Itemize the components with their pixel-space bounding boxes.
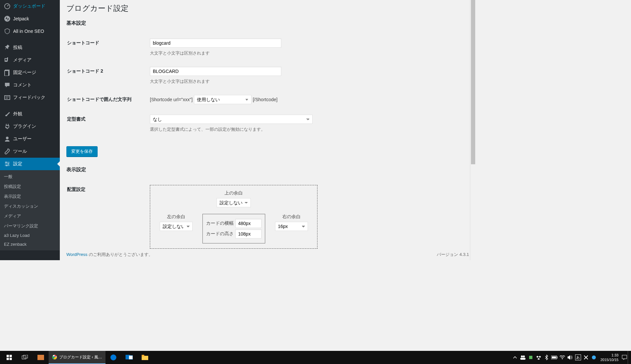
svg-point-3 xyxy=(6,60,7,61)
sidebar-item-feedback[interactable]: フィードバック xyxy=(0,91,60,104)
version-label: バージョン 4.3.1 xyxy=(437,252,469,258)
pin-icon xyxy=(4,44,11,51)
enclosed-select[interactable]: 使用しない xyxy=(194,95,251,104)
svg-rect-8 xyxy=(6,162,7,163)
shortcode2-desc: 大文字と小文字は区別されます xyxy=(150,79,465,84)
card-height-label: カードの高さ xyxy=(206,231,234,237)
settings-submenu: 一般投稿設定表示設定ディスカッションメディアパーマリンク設定a3 Lazy Lo… xyxy=(0,170,60,250)
shield-icon xyxy=(4,28,11,34)
submenu-item[interactable]: EZ zenback xyxy=(0,240,60,249)
main-content: ブログカード設定 基本設定 ショートコード 大文字と小文字は区別されます ショー… xyxy=(60,0,476,260)
layout-left-label: 左の余白 xyxy=(160,214,193,220)
plug-icon xyxy=(4,123,11,130)
layout-right-select[interactable]: 16px xyxy=(275,222,308,231)
svg-point-1 xyxy=(4,16,10,22)
section-display: 表示設定 xyxy=(66,167,469,173)
shortcode-label: ショートコード xyxy=(67,35,149,63)
submenu-item[interactable]: パーマリンク設定 xyxy=(0,221,60,231)
layout-preview: 上の余白 設定しない 左の余白 設定しない カードの横幅 xyxy=(150,185,317,249)
shortcode-input[interactable] xyxy=(150,38,281,48)
admin-sidebar: ダッシュボードJetpackAll in One SEO 投稿メディア固定ページ… xyxy=(0,0,60,260)
wordpress-link[interactable]: WordPress xyxy=(66,252,87,257)
svg-rect-10 xyxy=(6,165,7,166)
submenu-item[interactable]: a3 Lazy Load xyxy=(0,231,60,240)
layout-right-label: 右の余白 xyxy=(275,214,308,220)
shortcode-desc: 大文字と小文字は区別されます xyxy=(150,50,465,56)
section-basic: 基本設定 xyxy=(66,20,469,26)
sidebar-item-dashboard[interactable]: ダッシュボード xyxy=(0,0,60,12)
svg-rect-9 xyxy=(8,163,9,165)
sidebar-item-plug[interactable]: プラグイン xyxy=(0,120,60,133)
admin-footer: WordPress のご利用ありがとうございます。 バージョン 4.3.1 xyxy=(66,250,469,260)
submenu-item[interactable]: 表示設定 xyxy=(0,192,60,201)
page-icon xyxy=(4,69,11,76)
svg-rect-5 xyxy=(5,71,9,76)
submenu-item[interactable]: メディア xyxy=(0,211,60,221)
user-icon xyxy=(4,136,11,142)
scrollbar-thumb[interactable] xyxy=(471,0,475,164)
brush-icon xyxy=(4,111,11,117)
sidebar-item-pin[interactable]: 投稿 xyxy=(0,41,60,54)
sidebar-item-jetpack[interactable]: Jetpack xyxy=(0,12,60,25)
layout-top-select[interactable]: 設定しない xyxy=(217,198,251,207)
card-height-input[interactable] xyxy=(235,229,262,239)
scrollbar[interactable] xyxy=(470,0,476,260)
page-title: ブログカード設定 xyxy=(66,3,469,13)
card-width-input[interactable] xyxy=(235,219,262,228)
jetpack-icon xyxy=(4,15,11,22)
layout-left-select[interactable]: 設定しない xyxy=(160,222,193,231)
sidebar-item-shield[interactable]: All in One SEO xyxy=(0,25,60,37)
sidebar-item-user[interactable]: ユーザー xyxy=(0,133,60,145)
template-select[interactable]: なし xyxy=(150,115,313,124)
sidebar-item-media[interactable]: メディア xyxy=(0,54,60,66)
sidebar-item-settings[interactable]: 設定 xyxy=(0,158,60,170)
svg-point-2 xyxy=(7,57,8,58)
shortcode2-label: ショートコード 2 xyxy=(67,63,149,91)
feedback-icon xyxy=(4,94,11,101)
template-desc: 選択した定型書式によって、一部の設定が無効になります。 xyxy=(150,126,465,132)
svg-point-7 xyxy=(6,137,9,139)
shortcode2-input[interactable] xyxy=(150,67,281,76)
card-width-label: カードの横幅 xyxy=(206,220,234,226)
enclosed-prefix: [Shortcode url="xxx"] xyxy=(150,97,193,102)
template-label: 定型書式 xyxy=(67,111,149,139)
sidebar-item-wrench[interactable]: ツール xyxy=(0,145,60,158)
save-button[interactable]: 変更を保存 xyxy=(66,146,98,157)
submenu-item[interactable]: 一般 xyxy=(0,172,60,182)
sidebar-item-brush[interactable]: 外観 xyxy=(0,108,60,120)
comment-icon xyxy=(4,82,11,88)
enclosed-suffix: [/Shortcode] xyxy=(253,97,278,102)
submenu-item[interactable]: 投稿設定 xyxy=(0,182,60,192)
enclosed-label: ショートコードで囲んだ文字列 xyxy=(67,92,149,111)
submenu-item[interactable]: ディスカッション xyxy=(0,201,60,211)
wrench-icon xyxy=(4,148,11,155)
sidebar-item-page[interactable]: 固定ページ xyxy=(0,66,60,79)
sidebar-item-comment[interactable]: コメント xyxy=(0,79,60,91)
dashboard-icon xyxy=(4,3,11,10)
media-icon xyxy=(4,57,11,63)
layout-label: 配置設定 xyxy=(67,182,149,255)
layout-top-label: 上の余白 xyxy=(217,190,251,196)
settings-icon xyxy=(4,161,11,167)
svg-rect-6 xyxy=(5,96,10,100)
